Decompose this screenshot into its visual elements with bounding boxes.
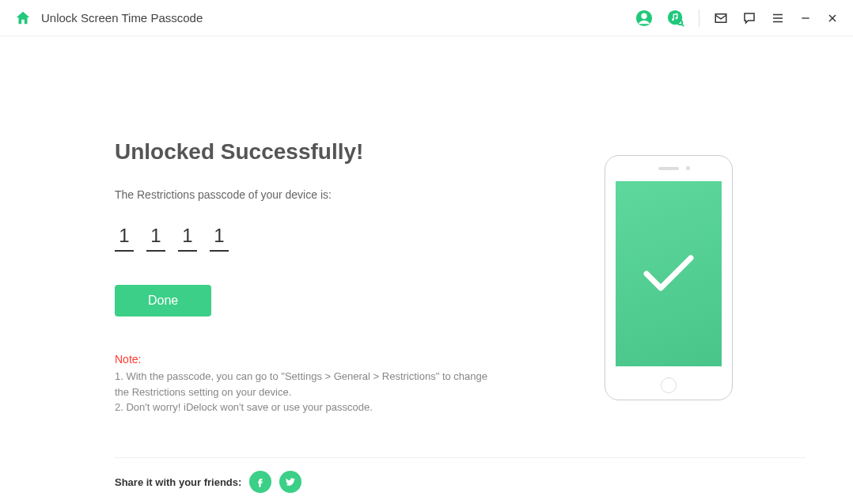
passcode-digit: 1 [178, 225, 197, 252]
twitter-icon[interactable] [279, 471, 301, 493]
phone-speaker [658, 167, 679, 170]
menu-icon[interactable] [771, 11, 785, 25]
svg-point-4 [676, 17, 678, 19]
chat-icon[interactable] [742, 11, 756, 25]
passcode-display: 1 1 1 1 [115, 225, 495, 252]
svg-point-2 [668, 9, 682, 24]
note-line-2: 2. Don't worry! iDelock won't save or us… [115, 400, 495, 415]
svg-point-3 [672, 18, 674, 21]
passcode-digit: 1 [146, 225, 165, 252]
phone-illustration [605, 155, 733, 400]
svg-point-1 [641, 13, 646, 18]
facebook-icon[interactable] [249, 471, 271, 493]
music-search-icon[interactable] [667, 9, 684, 27]
passcode-subtext: The Restrictions passcode of your device… [115, 188, 495, 201]
checkmark-icon [637, 250, 700, 297]
close-icon[interactable] [826, 12, 839, 25]
home-icon[interactable] [14, 9, 32, 27]
account-icon[interactable] [635, 9, 653, 27]
phone-home-button [661, 377, 677, 393]
app-title: Unlock Screen Time Passcode [41, 11, 203, 25]
note-line-1: 1. With the passcode, you can go to "Set… [115, 369, 495, 400]
passcode-digit: 1 [210, 225, 229, 252]
toolbar-divider [699, 9, 699, 27]
passcode-digit: 1 [115, 225, 134, 252]
success-heading: Unlocked Successfully! [115, 139, 495, 165]
phone-camera [686, 166, 690, 170]
phone-screen [616, 181, 722, 366]
share-label: Share it with your friends: [115, 476, 241, 488]
main-content: Unlocked Successfully! The Restrictions … [0, 36, 853, 415]
footer: Share it with your friends: [115, 457, 806, 493]
titlebar: Unlock Screen Time Passcode [0, 0, 853, 36]
note-label: Note: [115, 353, 495, 366]
minimize-icon[interactable] [799, 12, 812, 25]
svg-line-6 [681, 24, 684, 26]
done-button[interactable]: Done [115, 285, 211, 316]
mail-icon[interactable] [714, 11, 728, 25]
